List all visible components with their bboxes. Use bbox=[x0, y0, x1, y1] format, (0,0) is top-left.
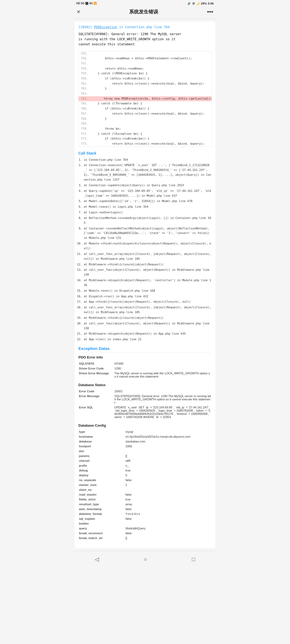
code-line: 772. if ($this->isBreak($e)) { bbox=[79, 136, 211, 141]
moon-icon: 🌙 bbox=[196, 2, 200, 5]
call-stack-item: at Container->invokeReflectMethod(object… bbox=[84, 226, 212, 241]
home-button[interactable]: ○ bbox=[138, 555, 152, 564]
line-number: 764. bbox=[81, 96, 89, 101]
table-value bbox=[125, 521, 211, 526]
line-code: return $this->close()->execute($sql, $bi… bbox=[91, 111, 205, 116]
line-number: 766. bbox=[81, 106, 91, 111]
call-stack-item: at Login->wxUserLogin() bbox=[84, 210, 212, 215]
status-left: HD 5G ⬛ 4G 📶 bbox=[76, 2, 97, 5]
line-code: return $this->close()->execute($sql, $bi… bbox=[91, 81, 205, 86]
exception-class-link[interactable]: PDOException bbox=[94, 25, 117, 29]
table-row: Error Code10501 bbox=[79, 389, 211, 393]
table-row: Driver Error MessageThe MySQL server is … bbox=[79, 371, 211, 379]
line-code: if ($this->isBreak($e)) { bbox=[91, 136, 150, 141]
table-row: datetime_formatY-m-d H:i:s bbox=[79, 512, 211, 516]
table-key: Driver Error Message bbox=[79, 371, 114, 379]
status-right: 🔊 ◎ 🌙 29% 5:06 bbox=[187, 2, 214, 5]
line-code: throw new PDOException($e, $this->config… bbox=[89, 96, 212, 101]
signal-icon: HD 5G ⬛ 4G 📶 bbox=[76, 2, 97, 5]
main-content: [10501] PDOException in Connection.php l… bbox=[75, 21, 215, 548]
table-value: Y-m-d H:i:s bbox=[125, 512, 211, 516]
table-value: \think\db\Query bbox=[125, 526, 211, 530]
table-key: deploy bbox=[79, 473, 125, 477]
code-line: 755. bbox=[79, 51, 211, 56]
line-number: 759. bbox=[81, 71, 91, 76]
code-line: 756. $this->numRows = $this->PDOStatemen… bbox=[79, 56, 211, 61]
call-stack-item: at Query->update('ip' => '223.104.69.85'… bbox=[84, 189, 212, 198]
error-file-info: in Connection.php line 764 bbox=[119, 25, 170, 29]
code-line: 773. return $this->close()->execute($sql… bbox=[79, 141, 211, 147]
table-key: query bbox=[79, 526, 125, 530]
table-key: dsn bbox=[79, 449, 125, 453]
error-badge: [10501] bbox=[78, 25, 92, 29]
table-key: resultset_type bbox=[79, 502, 125, 506]
table-row: charsetutf8 bbox=[79, 459, 211, 463]
call-stack-item: at App->think\{closure}(object(Request),… bbox=[84, 299, 212, 304]
table-key: master_num bbox=[79, 483, 125, 487]
call-stack-item: in Connection.php line 764 bbox=[84, 158, 212, 162]
close-button[interactable]: × bbox=[77, 8, 80, 15]
line-code: } bbox=[91, 116, 107, 122]
recents-button[interactable]: □ bbox=[186, 555, 200, 564]
table-row: sql_explainfalse bbox=[79, 517, 211, 521]
line-number: 758. bbox=[81, 66, 91, 71]
line-number: 767. bbox=[81, 111, 91, 116]
more-button[interactable]: ••• bbox=[207, 8, 213, 15]
table-key: builder bbox=[79, 521, 125, 526]
table-row: resultset_typearray bbox=[79, 502, 211, 506]
line-number: 760. bbox=[81, 76, 91, 81]
table-key: debug bbox=[79, 468, 125, 473]
line-number: 755. bbox=[81, 51, 91, 56]
bottom-nav: ◁ ○ □ bbox=[73, 551, 218, 567]
table-value: 3306 bbox=[125, 444, 211, 448]
table-value: true bbox=[125, 468, 211, 473]
database-status-group: Database Status Error Code10501Error Mes… bbox=[78, 383, 212, 420]
time-label: 5:06 bbox=[208, 2, 214, 5]
database-config-table: typemysqlhostnamerm-bp18xd33zcjni021w1o.… bbox=[78, 429, 212, 541]
header: × 系统发生错误 ••• bbox=[73, 6, 218, 19]
table-row: databasexiankabao.com bbox=[79, 439, 211, 444]
table-key: hostport bbox=[79, 444, 125, 448]
table-key: slave_no bbox=[79, 488, 125, 492]
table-value: [] bbox=[125, 454, 211, 458]
table-row: dsn bbox=[79, 449, 211, 453]
table-key: Error Code bbox=[79, 389, 114, 393]
back-button[interactable]: ◁ bbox=[89, 554, 104, 564]
table-key: rw_separate bbox=[79, 478, 125, 482]
code-line: 771. } catch (\Exception $e) { bbox=[79, 131, 211, 137]
line-number: 773. bbox=[81, 141, 91, 147]
call-stack-item: at call_user_func(object(Closure), objec… bbox=[84, 321, 212, 331]
line-code: return $this->close()->execute($sql, $bi… bbox=[91, 141, 205, 147]
table-value: array bbox=[125, 502, 211, 506]
table-row: deploy0 bbox=[79, 473, 211, 477]
table-value bbox=[125, 449, 211, 453]
call-stack-item: at call_user_func(object(Closure), objec… bbox=[84, 268, 212, 277]
table-key: hostname bbox=[79, 434, 125, 439]
code-line: 769. bbox=[79, 121, 211, 126]
table-value: The MySQL server is running with the LOC… bbox=[114, 371, 211, 379]
code-line: 759. } catch (\PDOException $e) { bbox=[79, 71, 211, 76]
page-title: 系统发生错误 bbox=[129, 9, 158, 15]
database-config-title: Database Config bbox=[78, 423, 212, 427]
table-key: Error Message bbox=[79, 394, 114, 405]
line-number: 770. bbox=[81, 126, 91, 131]
code-line: 765. } catch (\Throwable $e) { bbox=[79, 101, 211, 106]
line-code: return $this->numRows; bbox=[91, 66, 144, 71]
database-status-table: Error Code10501Error MessageSQLSTATE[HY0… bbox=[78, 389, 212, 420]
error-header: [10501] PDOException in Connection.php l… bbox=[78, 25, 212, 29]
table-row: rw_separatefalse bbox=[79, 478, 211, 482]
table-value: 10501 bbox=[114, 389, 211, 393]
code-line: 757. bbox=[79, 61, 211, 66]
table-key: datetime_format bbox=[79, 512, 125, 516]
exception-datas-title: Exception Datas bbox=[78, 346, 212, 353]
line-code: } bbox=[91, 86, 107, 91]
table-value bbox=[125, 488, 211, 492]
pdo-error-group: PDO Error Info SQLSTATEHY000Driver Error… bbox=[78, 355, 212, 379]
line-number: 762. bbox=[81, 86, 91, 91]
table-row: Driver Error Code1290 bbox=[79, 366, 211, 371]
call-stack-item: at Module->exec() in Dispatch.php line 1… bbox=[84, 288, 212, 293]
line-code: $this->numRows = $this->PDOStatement->ro… bbox=[91, 56, 192, 61]
table-value: false bbox=[125, 531, 211, 535]
call-stack-item: at Middleware->think\{closure}(object(Re… bbox=[84, 316, 212, 320]
table-value: [] bbox=[125, 536, 211, 540]
